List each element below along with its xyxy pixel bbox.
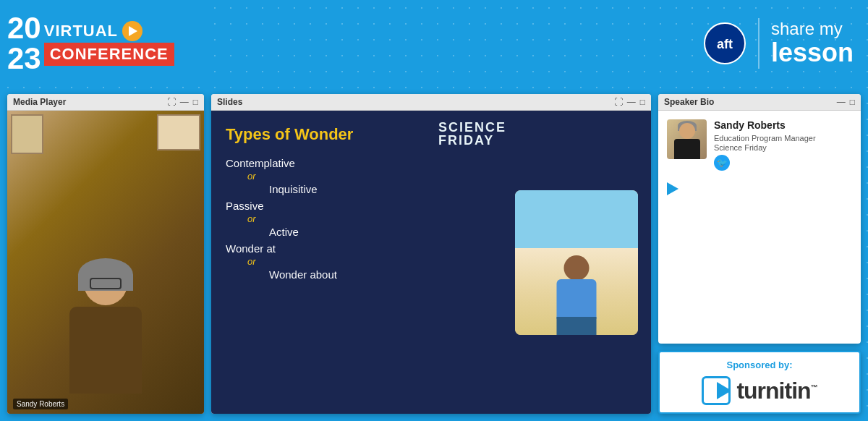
avatar-head: [679, 123, 695, 139]
logo-area: aft share my lesson: [703, 18, 854, 69]
bg-artwork-right: [157, 114, 200, 150]
item-or-1: or: [247, 171, 629, 182]
svg-text:aft: aft: [717, 37, 733, 51]
speaker-org: Science Friday: [714, 143, 852, 152]
avatar: [667, 119, 707, 159]
sharemylesson-logo: share my lesson: [771, 20, 854, 67]
play-triangle-small-icon: [667, 182, 678, 195]
media-player-controls[interactable]: ⛶ — □: [167, 98, 198, 106]
slide-title: Types of Wonder: [226, 125, 629, 144]
boy-head: [564, 255, 590, 281]
year-block: 20 23: [7, 13, 41, 74]
friday-text: FRIDAY: [438, 134, 506, 147]
conference-label: CONFERENCE: [50, 45, 169, 63]
virtual-row: VIRTUAL: [44, 21, 174, 41]
close-button[interactable]: □: [193, 98, 198, 106]
turnitin-logo: turnitin™: [670, 376, 849, 405]
boy-legs: [557, 317, 597, 335]
media-player-title: Media Player: [13, 97, 66, 107]
media-player-body: Sandy Roberts: [7, 111, 204, 414]
share-my-text: share my: [771, 20, 854, 38]
turnitin-arrow-icon: [717, 382, 731, 399]
turnitin-name: turnitin™: [736, 378, 817, 404]
play-triangle-icon: [129, 26, 137, 36]
speaker-figure: [55, 262, 156, 392]
year-bottom: 23: [7, 43, 41, 74]
speaker-bio-title: Speaker Bio: [664, 97, 714, 107]
science-friday-logo: SCIENCE FRIDAY: [438, 121, 506, 147]
speaker-name: Sandy Roberts: [714, 119, 852, 131]
slides-title: Slides: [217, 97, 242, 107]
slides-controls[interactable]: ⛶ — □: [614, 98, 645, 106]
speaker-bio-titlebar: Speaker Bio — □: [658, 94, 861, 111]
play-icon-circle: [122, 21, 142, 41]
slides-body: Types of Wonder Contemplative or Inquisi…: [211, 111, 651, 414]
minimize-button[interactable]: —: [180, 98, 189, 106]
item-contemplative: Contemplative: [226, 157, 629, 169]
boy-body: [557, 279, 597, 319]
maximize-button[interactable]: ⛶: [167, 98, 176, 106]
speaker-role: Education Program Manager: [714, 133, 852, 143]
sponsor-box: Sponsored by: turnitin™: [658, 351, 861, 414]
aft-logo: aft: [703, 22, 746, 65]
bg-artwork-left: [11, 114, 43, 154]
speaker-bio-window: Speaker Bio — □ Sandy Roberts Education …: [658, 94, 861, 344]
speaker-info: Sandy Roberts Education Program Manager …: [667, 119, 852, 171]
turnitin-icon: [702, 376, 731, 405]
conference-block: VIRTUAL CONFERENCE: [44, 21, 174, 66]
bio-minimize-button[interactable]: —: [837, 98, 846, 106]
turnitin-tm: ™: [811, 383, 817, 391]
slides-maximize-button[interactable]: ⛶: [614, 98, 623, 106]
header-divider: [758, 18, 760, 69]
media-player-titlebar: Media Player ⛶ — □: [7, 94, 204, 111]
speaker-bio-controls[interactable]: — □: [837, 98, 855, 106]
year-top: 20: [7, 13, 41, 43]
person-glasses: [90, 278, 122, 289]
media-player-window: Media Player ⛶ — □ Sandy: [7, 94, 204, 414]
conference-banner: CONFERENCE: [44, 43, 174, 66]
slides-window: Slides ⛶ — □ Types of Wonder Contemplati…: [211, 94, 651, 414]
main-content: Media Player ⛶ — □ Sandy: [0, 87, 868, 421]
science-text: SCIENCE: [438, 121, 506, 134]
speaker-bio-body: Sandy Roberts Education Program Manager …: [658, 111, 861, 344]
speaker-details: Sandy Roberts Education Program Manager …: [714, 119, 852, 171]
speaker-video: Sandy Roberts: [7, 111, 204, 414]
boy-image: [515, 190, 638, 335]
bio-play-button[interactable]: [667, 182, 680, 195]
twitter-icon[interactable]: 🐦: [714, 155, 730, 171]
sci-fri-text: SCIENCE FRIDAY: [438, 121, 506, 147]
sponsored-by-label: Sponsored by:: [670, 360, 849, 370]
slides-close-button[interactable]: □: [640, 98, 645, 106]
slides-minimize-button[interactable]: —: [627, 98, 636, 106]
header: 20 23 VIRTUAL CONFERENCE aft share my le…: [0, 0, 868, 87]
person-head: [84, 262, 127, 305]
right-panel: Speaker Bio — □ Sandy Roberts Education …: [658, 94, 861, 414]
conference-badge: 20 23 VIRTUAL CONFERENCE: [0, 0, 203, 87]
slides-titlebar: Slides ⛶ — □: [211, 94, 651, 111]
avatar-body: [674, 139, 700, 159]
bio-close-button[interactable]: □: [850, 98, 855, 106]
virtual-label: VIRTUAL: [44, 22, 118, 41]
speaker-name-badge: Sandy Roberts: [13, 399, 68, 409]
lesson-text: lesson: [771, 38, 854, 67]
person-body: [69, 307, 142, 394]
